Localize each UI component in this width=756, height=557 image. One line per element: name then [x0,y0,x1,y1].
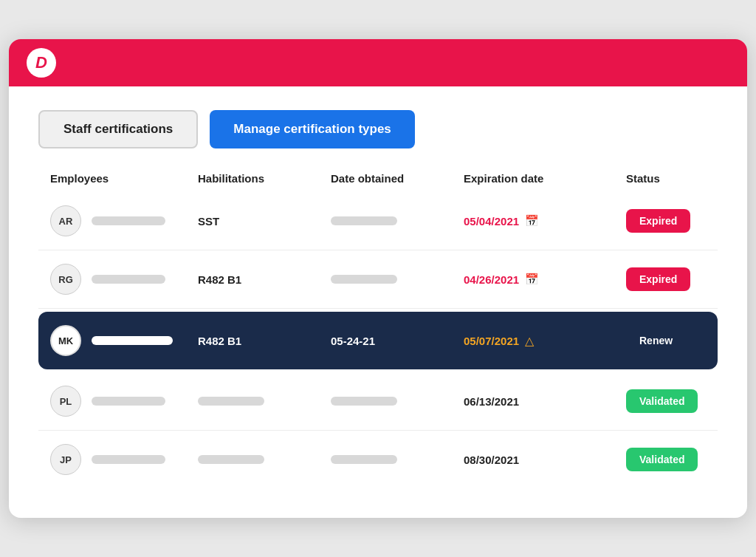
date-obtained-cell [331,216,464,225]
expiration-cell: 05/04/2021 📅 [464,214,626,228]
date-obtained-cell: 05-24-21 [331,335,464,347]
expiration-date: 05/07/2021 [464,335,519,347]
status-cell: Renew [626,329,729,352]
employee-name-placeholder [92,455,165,464]
table-row: JP 08/30/2021 Validated [38,431,718,488]
expiration-cell: 08/30/2021 [464,454,626,466]
habilitation-cell: SST [198,215,331,228]
content-area: Staff certifications Manage certificatio… [9,86,747,518]
expiration-cell: 05/07/2021 △ [464,334,626,348]
employee-cell: AR [50,205,198,236]
table-row: RG R482 B1 04/26/2021 📅 Expired [38,250,718,309]
table-header: Employees Habilitations Date obtained Ex… [38,172,718,192]
avatar: MK [50,325,81,356]
date-obtained-placeholder [331,397,397,406]
table-row: AR SST 05/04/2021 📅 Expired [38,192,718,250]
warning-icon: △ [525,334,534,348]
employee-cell: MK [50,325,198,356]
status-badge-renew: Renew [626,329,686,352]
table-rows: AR SST 05/04/2021 📅 Expired RG [38,192,718,488]
app-logo: D [27,48,56,78]
status-badge-expired: Expired [626,209,690,233]
table-row-highlighted: MK R482 B1 05-24-21 05/07/2021 △ Renew [38,312,718,369]
avatar: PL [50,386,81,417]
employee-name-placeholder [92,275,165,284]
tab-manage-certifications[interactable]: Manage certification types [210,110,415,148]
header-expiration-date: Expiration date [464,172,626,185]
habilitation-cell: R482 B1 [198,273,331,286]
table-row: PL 06/13/2021 Validated [38,372,718,431]
habilitation-cell [198,397,331,406]
date-obtained-placeholder [331,216,397,225]
header-date-obtained: Date obtained [331,172,464,185]
tab-row: Staff certifications Manage certificatio… [38,110,718,148]
expiration-date: 05/04/2021 [464,215,519,228]
top-bar: D [9,39,747,86]
employee-cell: PL [50,386,198,417]
employee-name-placeholder [92,336,173,345]
expiration-date: 08/30/2021 [464,454,519,466]
avatar: AR [50,205,81,236]
status-badge-expired: Expired [626,267,690,291]
tab-staff-certifications[interactable]: Staff certifications [38,110,198,148]
status-badge-validated: Validated [626,448,698,471]
habilitation-cell [198,455,331,464]
status-cell: Expired [626,209,729,233]
date-obtained-cell [331,397,464,406]
header-habilitations: Habilitations [198,172,331,185]
date-obtained-cell [331,455,464,464]
app-window: D Staff certifications Manage certificat… [9,39,747,518]
calendar-icon: 📅 [525,214,539,228]
expiration-cell: 04/26/2021 📅 [464,273,626,286]
avatar: RG [50,264,81,295]
date-obtained-placeholder [331,455,397,464]
expiration-date: 04/26/2021 [464,273,519,286]
employee-name-placeholder [92,216,165,225]
employee-cell: JP [50,444,198,475]
header-employees: Employees [50,172,198,185]
expiration-date: 06/13/2021 [464,395,519,408]
habilitation-placeholder [198,397,264,406]
avatar: JP [50,444,81,475]
employee-name-placeholder [92,397,165,406]
expiration-cell: 06/13/2021 [464,395,626,408]
employee-cell: RG [50,264,198,295]
calendar-icon: 📅 [525,273,539,286]
date-obtained-placeholder [331,275,397,284]
status-badge-validated: Validated [626,389,698,413]
header-status: Status [626,172,729,185]
status-cell: Expired [626,267,729,291]
status-cell: Validated [626,389,729,413]
status-cell: Validated [626,448,729,471]
habilitation-cell: R482 B1 [198,335,331,347]
date-obtained-cell [331,275,464,284]
habilitation-placeholder [198,455,264,464]
